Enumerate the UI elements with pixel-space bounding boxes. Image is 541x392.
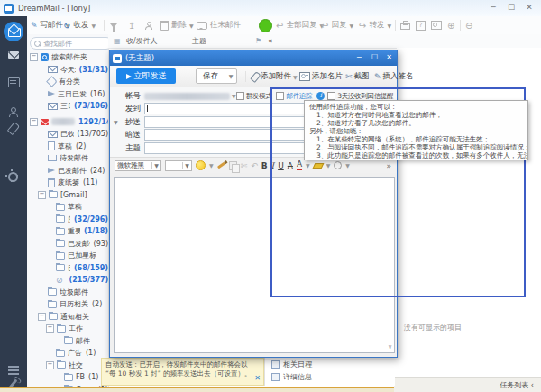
tree-expander-icon[interactable]: − <box>46 361 54 369</box>
account-status-avatar[interactable] <box>259 19 272 32</box>
notification-close-icon[interactable]: ✕ <box>254 374 261 383</box>
sidebar-folder-item[interactable]: 日历相关(2) <box>27 298 108 311</box>
mail-icon[interactable] <box>8 51 19 59</box>
compose-minimize-button[interactable]: ─ <box>353 52 366 63</box>
sidebar-folder-item[interactable]: 广告(1) <box>27 347 108 360</box>
save-button[interactable]: 保存▼ <box>196 68 237 84</box>
calendar-icon[interactable] <box>8 77 20 87</box>
sidebar-folder-item[interactable]: −社交 <box>27 360 108 372</box>
sidebar-folder-item[interactable]: 三日已发(16) <box>27 88 108 101</box>
tree-expander-icon[interactable]: − <box>30 118 38 126</box>
settings-gear-icon[interactable] <box>8 172 18 182</box>
maximize-button[interactable]: ☐ <box>503 2 519 14</box>
cc-collapse-icon[interactable]: ▼ <box>114 119 118 125</box>
font-size-select[interactable]: ▼ <box>165 160 192 171</box>
sidebar-folder-item[interactable]: −工作 <box>27 323 108 335</box>
sidebar-folder-item[interactable]: 垃圾邮件 <box>27 287 108 299</box>
font-family-select[interactable]: 微软雅黑▼ <box>115 160 161 171</box>
send-receive-button[interactable]: ↻ 收发▼ <box>63 16 96 34</box>
sidebar-folder-item[interactable]: ⊘垃圾邮件(215/377) <box>27 274 108 287</box>
tree-expander-icon[interactable]: − <box>38 313 46 321</box>
sidebar-folder-item[interactable]: 已发邮件(93) <box>27 238 108 251</box>
tree-expander-icon[interactable]: − <box>46 324 54 333</box>
sidebar-folder-item[interactable]: −搜索邮件夹 <box>27 51 108 64</box>
sidebar-folder-item[interactable]: 待发邮件 <box>27 152 108 165</box>
contacts-icon[interactable] <box>8 107 18 116</box>
screenshot-button[interactable]: ✄ 截图 <box>345 66 370 87</box>
bold-button[interactable]: B <box>261 161 268 170</box>
filter-button[interactable] <box>110 16 117 34</box>
menu-hamburger-icon[interactable] <box>8 366 19 368</box>
sidebar-folder-item[interactable]: 已加星标 <box>27 250 108 262</box>
sidebar-folder-item[interactable]: −通知相关 <box>27 311 108 324</box>
delete-button[interactable]: 删除▼ <box>160 16 194 34</box>
image-icon <box>431 21 442 30</box>
folder-count: (1) <box>88 373 98 381</box>
paste-icon[interactable] <box>229 161 237 170</box>
from-to-column-header[interactable]: 收/发件人 <box>126 34 158 48</box>
sidebar-folder-item[interactable]: 废纸篓(11) <box>27 177 108 189</box>
zoom-out-button[interactable]: ⊖ <box>465 16 472 34</box>
collapse-pane-button[interactable]: « <box>268 34 272 48</box>
image-button[interactable] <box>431 16 442 34</box>
sidebar-folder-item[interactable]: 重要(1/18) <box>27 225 108 238</box>
compose-title-bar[interactable]: (无主题) ─ ☐ ✕ <box>110 50 397 66</box>
sidebar-folder-item[interactable]: 三日收件(73/106) <box>27 100 108 113</box>
compose-toolbar: 立即发送 保存▼ 添加附件▼ 添加名片 ✄ 截图 ✎ 插入签名 <box>110 66 397 88</box>
compose-mail-icon[interactable] <box>4 22 23 41</box>
move-up-button[interactable]: ↥ <box>128 16 135 34</box>
correspondence-button[interactable]: 往来邮件 <box>197 16 241 34</box>
trash-icon <box>160 21 169 31</box>
scroll-down-icon[interactable]: ∨ <box>388 343 392 351</box>
account-value-redacted[interactable] <box>144 93 230 100</box>
task-list-toggle[interactable]: 任务列表 ‹ <box>500 380 534 390</box>
add-card-button[interactable]: 添加名片 <box>299 66 343 87</box>
select-column-icon[interactable]: ▦ <box>114 34 121 48</box>
sidebar-folder-item[interactable]: 已收邮件(13/705) <box>27 128 108 141</box>
sidebar-folder-item[interactable]: 已发邮件(24) <box>27 165 108 178</box>
undo-icon[interactable]: ↶ <box>251 161 258 170</box>
insert-signature-button[interactable]: ✎ 插入签名 <box>374 66 414 87</box>
sidebar-folder-item[interactable]: FB(1) <box>27 371 108 384</box>
zoom-in-button[interactable]: ⊕ <box>447 16 454 34</box>
format-painter-icon[interactable] <box>217 162 225 169</box>
emoji-icon[interactable] <box>196 160 206 170</box>
mass-mode-label: 群发模式 <box>246 92 272 101</box>
sidebar-folder-item[interactable]: 邮件 <box>27 335 108 348</box>
search-input[interactable]: 查找邮件 <box>30 37 109 50</box>
send-now-button[interactable]: 立即发送 <box>116 68 176 84</box>
sidebar-folder-item[interactable]: −1292/145 <box>27 116 108 129</box>
sidebar-folder-item[interactable]: 今天未读(31/31) <box>27 64 108 77</box>
reply-button[interactable]: ↩回复▼ <box>321 16 353 34</box>
related-schedule-item[interactable]: 相关日程 <box>265 358 395 370</box>
tree-expander-icon[interactable]: − <box>38 191 46 199</box>
sidebar-folder-item[interactable]: 草稿(2) <box>27 141 108 153</box>
mass-mode-checkbox[interactable] <box>236 92 244 100</box>
contact-button[interactable] <box>144 16 152 34</box>
compose-maximize-button[interactable]: ☐ <box>368 52 381 63</box>
folder-label: 草稿 <box>58 141 72 151</box>
add-attachment-button[interactable]: 添加附件▼ <box>252 66 298 87</box>
compose-close-button[interactable]: ✕ <box>382 52 396 63</box>
flag-column-icon[interactable]: ⚑ <box>255 34 261 48</box>
detail-info-item[interactable]: 详细信息 <box>265 370 395 383</box>
sidebar-folder-item[interactable]: 草稿 <box>27 201 108 214</box>
folder-label: FB <box>76 373 85 381</box>
cut-icon[interactable]: ✄ <box>241 161 248 170</box>
reply-all-button[interactable]: ↩全部回复▼ <box>276 16 324 34</box>
forward-button[interactable]: ↪转发▼ <box>359 16 391 34</box>
subject-column-header[interactable]: 主题 <box>192 34 206 48</box>
sidebar-folder-item[interactable]: −[Gmail] <box>27 189 108 202</box>
minimize-button[interactable]: ─ <box>485 2 501 14</box>
tooltip-line: 使用邮件追踪功能，您可以： <box>309 103 527 111</box>
subject-label: 主题 <box>110 143 141 154</box>
tag-icon <box>46 76 58 87</box>
print-button[interactable] <box>400 16 410 34</box>
tree-expander-icon[interactable]: − <box>30 53 38 61</box>
close-button[interactable]: ✕ <box>521 2 537 14</box>
sidebar-folder-item[interactable]: 已删除邮件(68/159) <box>27 262 108 275</box>
sidebar-folder-item[interactable]: 有分类 <box>27 76 108 88</box>
help-button[interactable]: ? <box>416 16 426 34</box>
attachments-icon[interactable] <box>7 122 20 135</box>
sidebar-folder-item[interactable]: 所有邮件(32/296) <box>27 214 108 226</box>
